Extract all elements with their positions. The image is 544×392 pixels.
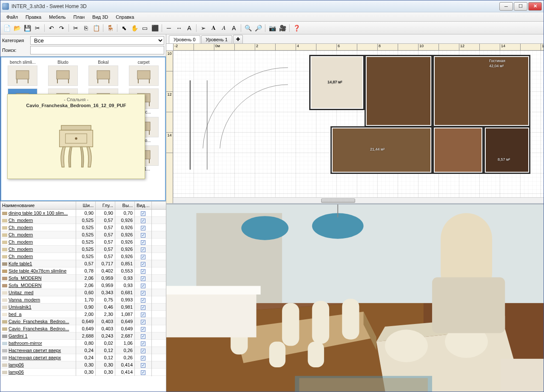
- checkbox-icon[interactable]: ✓: [141, 291, 145, 295]
- copy-button[interactable]: ⎘: [81, 23, 91, 33]
- paste-button[interactable]: 📋: [91, 23, 101, 33]
- table-row[interactable]: dining table 100 x 100 slim...0,900,900,…: [0, 210, 166, 217]
- table-row[interactable]: Ch_modern0,5250,570,926✓: [0, 217, 166, 224]
- table-row[interactable]: Kofe table10,570,7170,851✓: [0, 260, 166, 267]
- checkbox-icon[interactable]: ✓: [141, 211, 145, 216]
- table-row[interactable]: Sofa_MODERN2,060,9590,93✓: [0, 275, 166, 282]
- table-row[interactable]: Ch_modern0,5250,570,926✓: [0, 224, 166, 231]
- catalog-item[interactable]: Bokal: [84, 59, 123, 87]
- menu-Правка[interactable]: Правка: [22, 13, 45, 21]
- checkbox-icon[interactable]: ✓: [141, 327, 145, 332]
- catalog-item[interactable]: Bludo: [43, 59, 83, 87]
- text-button[interactable]: A: [185, 23, 194, 33]
- table-row[interactable]: Cavio_Francheska_Bedroo...0,6490,4030,64…: [0, 325, 166, 332]
- table-row[interactable]: Side table 40x78cm slimline0,780,4020,55…: [0, 267, 166, 275]
- table-row[interactable]: Sofa_MODERN2,060,9590,93✓: [0, 282, 166, 289]
- checkbox-icon[interactable]: ✓: [141, 298, 145, 303]
- col-height[interactable]: Вы...: [115, 202, 135, 209]
- redo-button[interactable]: ↷: [57, 23, 66, 33]
- text-style-i-button[interactable]: 𝐴: [219, 23, 228, 33]
- checkbox-icon[interactable]: ✓: [141, 349, 145, 353]
- table-row[interactable]: bed_a2,002,301,087✓: [0, 311, 166, 318]
- checkbox-icon[interactable]: ✓: [141, 363, 145, 368]
- select-button[interactable]: ⬉: [120, 23, 129, 33]
- col-name[interactable]: Наименование: [0, 202, 76, 209]
- menu-План[interactable]: План: [70, 13, 88, 21]
- checkbox-icon[interactable]: ✓: [141, 247, 145, 252]
- checkbox-icon[interactable]: ✓: [141, 219, 145, 223]
- tab-level-1[interactable]: Уровень 1: [201, 35, 233, 43]
- open-button[interactable]: 📂: [12, 23, 22, 33]
- table-row[interactable]: Unitaz_med0,600,3430,681✓: [0, 289, 166, 296]
- col-visible[interactable]: Види...: [135, 202, 152, 209]
- cell-visible[interactable]: ✓: [135, 368, 152, 376]
- table-row[interactable]: Umivalnik10,900,460,981✓: [0, 304, 166, 311]
- room-living[interactable]: Гостиная 42,04 м²: [433, 55, 530, 127]
- scroll-thumb[interactable]: [321, 199, 355, 203]
- checkbox-icon[interactable]: ✓: [141, 370, 145, 375]
- menu-Вид 3D[interactable]: Вид 3D: [89, 13, 111, 21]
- checkbox-icon[interactable]: ✓: [141, 226, 145, 230]
- menu-Справка[interactable]: Справка: [112, 13, 137, 21]
- search-input[interactable]: [30, 46, 164, 54]
- pan-button[interactable]: ✋: [130, 23, 139, 33]
- furniture-table[interactable]: Наименование Ши... Глу... Вы... Види... …: [0, 201, 166, 392]
- table-row[interactable]: lamp060,300,300,414✓: [0, 369, 166, 376]
- checkbox-icon[interactable]: ✓: [141, 276, 145, 281]
- plan-canvas[interactable]: -20м246810121416 101214 14,87 м² Гостина…: [166, 44, 544, 203]
- table-row[interactable]: Ch_modern0,5250,570,926✓: [0, 231, 166, 239]
- zoom-in-button[interactable]: 🔍: [243, 23, 253, 33]
- category-select[interactable]: Все: [30, 36, 164, 45]
- dimension-button[interactable]: ↔: [174, 23, 184, 33]
- photo-button[interactable]: 📷: [268, 23, 277, 33]
- room-3[interactable]: 21,44 м²: [330, 126, 433, 174]
- table-row[interactable]: Настенная светит вверх0,240,120,26✓: [0, 354, 166, 361]
- menu-Мебель[interactable]: Мебель: [46, 13, 69, 21]
- video-button[interactable]: 🎥: [278, 23, 287, 33]
- wall-button[interactable]: ▭: [140, 23, 149, 33]
- room-kitchen[interactable]: 14,87 м²: [309, 55, 365, 110]
- checkbox-icon[interactable]: ✓: [141, 240, 145, 245]
- table-row[interactable]: Vanna_modern1,700,750,993✓: [0, 296, 166, 304]
- checkbox-icon[interactable]: ✓: [141, 284, 145, 288]
- new-button[interactable]: 📄: [2, 23, 11, 33]
- catalog-item[interactable]: bench slimli...: [3, 59, 43, 87]
- menu-Файл[interactable]: Файл: [3, 13, 21, 21]
- table-row[interactable]: Настенная светит вверх0,240,120,26✓: [0, 347, 166, 354]
- room-button[interactable]: ⬛: [150, 23, 159, 33]
- checkbox-icon[interactable]: ✓: [141, 334, 145, 339]
- col-width[interactable]: Ши...: [76, 202, 96, 209]
- help-button[interactable]: ❓: [292, 23, 301, 33]
- cut-button[interactable]: ✂: [71, 23, 80, 33]
- col-depth[interactable]: Глу...: [96, 202, 115, 209]
- table-row[interactable]: lamp060,300,300,414✓: [0, 361, 166, 369]
- compass-button[interactable]: ➢: [199, 23, 208, 33]
- close-button[interactable]: ✕: [528, 2, 542, 11]
- maximize-button[interactable]: ☐: [514, 2, 527, 11]
- catalog-item[interactable]: carpet: [124, 59, 163, 87]
- zoom-out-button[interactable]: 🔎: [253, 23, 263, 33]
- table-row[interactable]: Ch_modern0,5250,570,926✓: [0, 253, 166, 260]
- tab-add[interactable]: ✚: [233, 35, 243, 43]
- prefs-button[interactable]: ✂: [33, 23, 42, 33]
- room-4[interactable]: [433, 126, 484, 174]
- table-row[interactable]: Ch_modern0,5250,570,926✓: [0, 239, 166, 246]
- text-style-b-button[interactable]: 𝐀: [209, 23, 218, 33]
- save-button[interactable]: 💾: [23, 23, 32, 33]
- floorplan[interactable]: 14,87 м² Гостиная 42,04 м² 21,44 м²: [309, 55, 522, 174]
- table-row[interactable]: Ch_modern0,5250,570,926✓: [0, 246, 166, 253]
- minimize-button[interactable]: ─: [499, 2, 513, 11]
- checkbox-icon[interactable]: ✓: [141, 312, 145, 317]
- table-row[interactable]: bathroom-mirror0,800,021,06✓: [0, 340, 166, 347]
- catalog-grid[interactable]: bench slimli...BludoBokalcarpetCa...Fran…: [0, 57, 166, 201]
- room-dining[interactable]: [365, 55, 433, 127]
- align-button[interactable]: A: [229, 23, 239, 33]
- checkbox-icon[interactable]: ✓: [141, 305, 145, 310]
- add-furn-button[interactable]: 🪑: [105, 23, 115, 33]
- checkbox-icon[interactable]: ✓: [141, 255, 145, 259]
- room-5[interactable]: 8,57 м²: [484, 126, 530, 174]
- checkbox-icon[interactable]: ✓: [141, 269, 145, 274]
- plan-content[interactable]: 14,87 м² Гостиная 42,04 м² 21,44 м²: [173, 51, 544, 203]
- checkbox-icon[interactable]: ✓: [141, 262, 145, 267]
- table-row[interactable]: Cavio_Francheska_Bedroo...0,6490,4030,64…: [0, 318, 166, 325]
